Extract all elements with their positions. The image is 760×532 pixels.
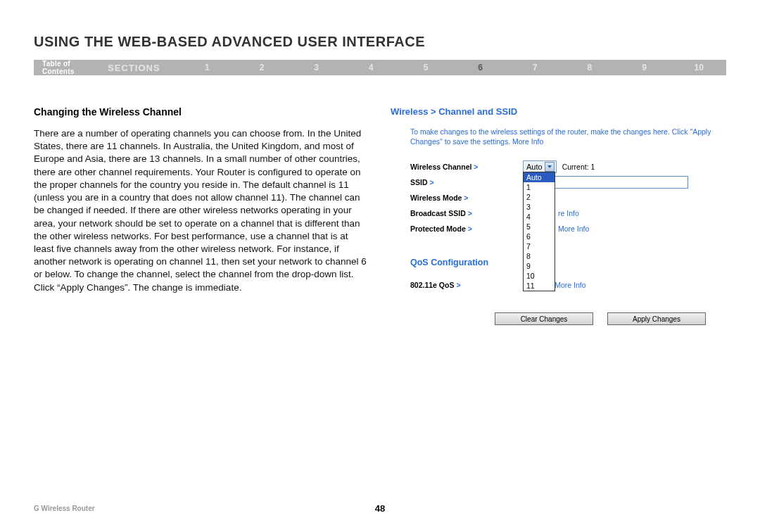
dropdown-opt-4[interactable]: 4: [524, 212, 555, 222]
dropdown-opt-11[interactable]: 11: [524, 281, 555, 291]
row-wireless-mode: Wireless Mode >: [410, 190, 726, 205]
broadcast-more-info[interactable]: re Info: [558, 209, 579, 217]
dropdown-opt-9[interactable]: 9: [524, 261, 555, 271]
row-ssid: SSID >: [410, 175, 726, 190]
form-area: Wireless Channel > Auto Current: 1 Auto …: [410, 159, 726, 325]
section-3[interactable]: 3: [289, 63, 344, 72]
dropdown-opt-8[interactable]: 8: [524, 251, 555, 261]
channel-dropdown[interactable]: Auto 1 2 3 4 5 6 7 8 9 10 11: [523, 172, 555, 291]
label-broadcast-ssid: Broadcast SSID >: [410, 209, 523, 217]
dropdown-opt-auto[interactable]: Auto: [524, 172, 555, 182]
dropdown-opt-6[interactable]: 6: [524, 232, 555, 241]
page-title: USING THE WEB-BASED ADVANCED USER INTERF…: [34, 34, 726, 50]
chevron-down-icon: [545, 162, 555, 172]
section-7[interactable]: 7: [507, 63, 562, 72]
instructions: To make changes to the wireless settings…: [410, 127, 726, 146]
section-navbar: Table of Contents SECTIONS 1 2 3 4 5 6 7…: [34, 60, 726, 75]
dropdown-opt-1[interactable]: 1: [524, 182, 555, 192]
label-wireless-mode: Wireless Mode >: [410, 194, 523, 202]
row-wireless-channel: Wireless Channel > Auto Current: 1: [410, 159, 726, 175]
dropdown-opt-5[interactable]: 5: [524, 222, 555, 232]
dropdown-opt-7[interactable]: 7: [524, 241, 555, 251]
dropdown-opt-3[interactable]: 3: [524, 202, 555, 212]
label-protected-mode: Protected Mode >: [410, 224, 523, 233]
wireless-channel-value: Auto: [526, 163, 543, 171]
section-subhead: Changing the Wireless Channel: [34, 106, 369, 118]
clear-changes-button[interactable]: Clear Changes: [495, 312, 593, 325]
apply-changes-button[interactable]: Apply Changes: [607, 312, 706, 325]
section-10[interactable]: 10: [671, 63, 726, 72]
section-1[interactable]: 1: [180, 63, 235, 72]
dropdown-opt-10[interactable]: 10: [524, 271, 555, 281]
section-9[interactable]: 9: [617, 63, 672, 72]
toc-link[interactable]: Table of Contents: [34, 60, 108, 75]
label-qos: 802.11e QoS >: [410, 281, 523, 289]
page-number: 48: [375, 503, 385, 514]
section-5[interactable]: 5: [398, 63, 453, 72]
footer-product: G Wireless Router: [34, 505, 95, 512]
section-4[interactable]: 4: [344, 63, 399, 72]
qos-more-info[interactable]: More Info: [555, 281, 585, 289]
section-2[interactable]: 2: [234, 63, 289, 72]
sections-label: SECTIONS: [108, 63, 179, 73]
instructions-more-link[interactable]: More Info: [512, 137, 543, 146]
row-protected-mode: Protected Mode > More Info: [410, 221, 726, 236]
row-qos: 802.11e QoS > on More Info: [410, 277, 726, 293]
current-channel: Current: 1: [562, 163, 595, 171]
row-broadcast-ssid: Broadcast SSID > re Info: [410, 205, 726, 221]
body-text: There are a number of operating channels…: [34, 127, 369, 294]
qos-heading: QoS Configuration: [410, 258, 726, 267]
dropdown-opt-2[interactable]: 2: [524, 192, 555, 202]
label-ssid: SSID >: [410, 178, 523, 186]
label-wireless-channel: Wireless Channel >: [410, 163, 523, 171]
protected-more-info[interactable]: More Info: [558, 224, 589, 233]
section-6[interactable]: 6: [453, 63, 508, 72]
section-8[interactable]: 8: [562, 63, 617, 72]
instructions-text: To make changes to the wireless settings…: [410, 127, 711, 146]
breadcrumb: Wireless > Channel and SSID: [391, 106, 726, 117]
